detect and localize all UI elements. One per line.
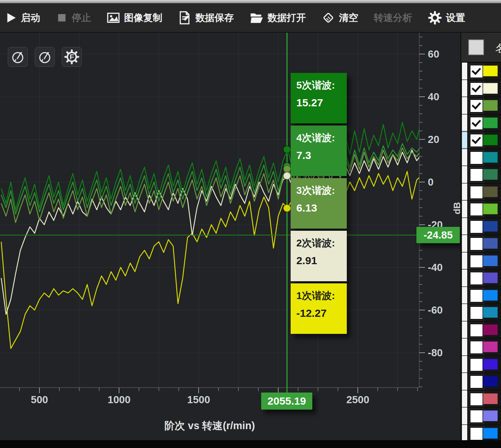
legend-row[interactable]: [461, 97, 501, 114]
legend-row[interactable]: [461, 166, 501, 183]
series-color-swatch[interactable]: [483, 83, 498, 94]
legend-row[interactable]: [461, 321, 501, 339]
series-color-swatch[interactable]: [483, 255, 498, 266]
legend-row[interactable]: [461, 425, 501, 441]
series-color-swatch[interactable]: [483, 186, 498, 197]
select-all-checkbox[interactable]: [468, 39, 484, 55]
series-color-swatch[interactable]: [483, 134, 498, 145]
row-index-cell[interactable]: [462, 218, 467, 235]
series-visible-checkbox[interactable]: [470, 82, 483, 96]
series-visible-checkbox[interactable]: [470, 289, 483, 303]
row-index-cell[interactable]: [462, 132, 467, 149]
legend-row[interactable]: [461, 80, 501, 97]
series-visible-checkbox[interactable]: [470, 255, 483, 268]
legend-row[interactable]: [461, 356, 501, 373]
series-color-swatch[interactable]: [483, 307, 498, 318]
series-visible-checkbox[interactable]: [470, 220, 483, 234]
series-visible-checkbox[interactable]: [470, 117, 483, 130]
chart-area[interactable]: 50010001500200025006040200-20-40-60-80 F…: [0, 33, 460, 440]
series-color-swatch[interactable]: [483, 221, 498, 232]
legend-row[interactable]: [461, 304, 501, 321]
series-color-swatch[interactable]: [483, 169, 498, 180]
series-visible-checkbox[interactable]: [470, 186, 483, 199]
row-index-cell[interactable]: [462, 304, 467, 321]
series-visible-checkbox[interactable]: [470, 203, 483, 216]
series-visible-checkbox[interactable]: [470, 65, 483, 78]
legend-row[interactable]: [461, 63, 501, 80]
series-color-swatch[interactable]: [483, 393, 498, 404]
series-color-swatch[interactable]: [483, 100, 498, 111]
row-index-cell[interactable]: [462, 407, 467, 425]
fft-settings-button[interactable]: F: [62, 47, 82, 67]
data-save-button[interactable]: 数据保存: [178, 11, 234, 25]
series-visible-checkbox[interactable]: [470, 358, 483, 372]
legend-row[interactable]: [461, 338, 501, 356]
settings-button[interactable]: 设置: [428, 11, 465, 25]
row-index-cell[interactable]: [462, 166, 467, 183]
row-index-cell[interactable]: [462, 425, 467, 441]
legend-row[interactable]: [461, 114, 501, 132]
series-visible-checkbox[interactable]: [470, 272, 483, 285]
series-color-swatch[interactable]: [483, 203, 498, 214]
series-color-swatch[interactable]: [483, 290, 498, 301]
row-index-cell[interactable]: [462, 321, 467, 338]
series-visible-checkbox[interactable]: [470, 410, 483, 423]
legend-row[interactable]: [461, 390, 501, 408]
series-visible-checkbox[interactable]: [470, 99, 483, 113]
row-index-cell[interactable]: [462, 80, 467, 97]
series-color-swatch[interactable]: [483, 238, 498, 249]
row-index-cell[interactable]: [462, 183, 467, 201]
series-color-swatch[interactable]: [483, 152, 498, 163]
legend-row[interactable]: [461, 407, 501, 425]
row-index-cell[interactable]: [462, 287, 467, 304]
series-visible-checkbox[interactable]: [470, 151, 483, 165]
series-color-swatch[interactable]: [483, 376, 498, 387]
row-index-cell[interactable]: [462, 338, 467, 356]
series-color-swatch[interactable]: [483, 65, 498, 76]
series-visible-checkbox[interactable]: [470, 393, 483, 406]
start-button[interactable]: 启动: [5, 11, 40, 24]
legend-row[interactable]: [461, 270, 501, 287]
row-index-cell[interactable]: [462, 373, 467, 390]
clear-button[interactable]: 清空: [322, 11, 358, 25]
row-index-cell[interactable]: [462, 149, 467, 166]
series-color-swatch[interactable]: [483, 272, 498, 283]
series-visible-checkbox[interactable]: [470, 134, 483, 147]
series-color-swatch[interactable]: [483, 324, 498, 335]
series-visible-checkbox[interactable]: [470, 168, 483, 182]
series-color-swatch[interactable]: [483, 428, 498, 439]
order-vs-speed-plot[interactable]: 50010001500200025006040200-20-40-60-80: [0, 33, 460, 440]
row-index-cell[interactable]: [462, 252, 467, 270]
legend-row[interactable]: [461, 287, 501, 304]
row-index-cell[interactable]: [462, 390, 467, 407]
row-index-cell[interactable]: [462, 114, 467, 132]
series-visible-checkbox[interactable]: [470, 324, 483, 337]
series-color-swatch[interactable]: [483, 341, 498, 352]
series-color-swatch[interactable]: [483, 359, 498, 370]
row-index-cell[interactable]: [462, 235, 467, 252]
legend-row[interactable]: [461, 132, 501, 149]
legend-row[interactable]: [461, 149, 501, 166]
series-color-swatch[interactable]: [483, 117, 498, 128]
series-visible-checkbox[interactable]: [470, 341, 483, 354]
legend-row[interactable]: [461, 201, 501, 218]
series-color-swatch[interactable]: [483, 410, 498, 421]
series-visible-checkbox[interactable]: [470, 375, 483, 389]
data-open-button[interactable]: 数据打开: [249, 11, 306, 25]
series-visible-checkbox[interactable]: [470, 306, 483, 320]
legend-row[interactable]: [461, 183, 501, 201]
row-index-cell[interactable]: [462, 270, 467, 287]
row-index-cell[interactable]: [462, 356, 467, 373]
legend-row[interactable]: [461, 218, 501, 235]
row-index-cell[interactable]: [462, 201, 467, 218]
legend-row[interactable]: [461, 252, 501, 270]
legend-row[interactable]: [461, 373, 501, 390]
legend-row[interactable]: [461, 235, 501, 252]
series-visible-checkbox[interactable]: [470, 427, 483, 441]
image-copy-button[interactable]: 图像复制: [107, 11, 162, 25]
cursor-tool-1-button[interactable]: [8, 47, 28, 67]
series-visible-checkbox[interactable]: [470, 237, 483, 251]
row-index-cell[interactable]: [462, 63, 467, 80]
cursor-tool-2-button[interactable]: [35, 47, 55, 67]
row-index-cell[interactable]: [462, 97, 467, 114]
